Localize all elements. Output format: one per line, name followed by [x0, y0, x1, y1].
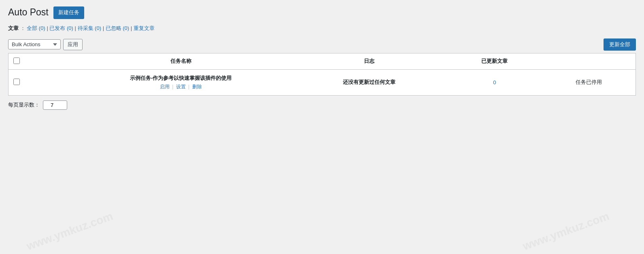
row-updated-cell: 0	[448, 69, 542, 95]
header-checkbox-col	[9, 53, 71, 69]
toolbar-left: Bulk Actions Delete 应用	[8, 39, 83, 50]
select-all-checkbox[interactable]	[13, 58, 20, 64]
separator-3: |	[103, 25, 106, 31]
task-name-text: 示例任务-作为参考以快速掌握该插件的使用	[77, 75, 285, 82]
log-text: 还没有更新过任何文章	[343, 79, 395, 85]
new-task-button[interactable]: 新建任务	[53, 6, 84, 19]
row-status-cell: 任务已停用	[542, 69, 636, 95]
task-settings-link[interactable]: 设置	[176, 84, 186, 90]
task-delete-link[interactable]: 删除	[192, 84, 202, 90]
per-page-label: 每页显示数：	[8, 101, 40, 109]
action-sep-1: |	[172, 84, 173, 90]
status-text: 任务已停用	[576, 79, 602, 85]
header-updated-count: 已更新文章	[448, 53, 542, 69]
header-log: 日志	[291, 53, 448, 69]
filter-pending[interactable]: 待采集 (0)	[78, 25, 102, 31]
toolbar: Bulk Actions Delete 应用 更新全部	[8, 36, 636, 53]
table-row: 示例任务-作为参考以快速掌握该插件的使用 启用 | 设置 | 删除 还没有更新过…	[9, 69, 636, 95]
task-enable-link[interactable]: 启用	[160, 84, 170, 90]
per-page-input[interactable]	[43, 100, 67, 110]
separator-4: |	[131, 25, 134, 31]
table-header-row: 任务名称 日志 已更新文章	[9, 53, 636, 69]
row-checkbox[interactable]	[13, 79, 20, 85]
filter-bar: 文章 ： 全部 (0) | 已发布 (0) | 待采集 (0) | 已忽略 (0…	[8, 25, 636, 32]
action-sep-2: |	[188, 84, 189, 90]
bulk-actions-select[interactable]: Bulk Actions Delete	[8, 39, 61, 49]
footer-bar: 每页显示数：	[8, 100, 636, 110]
watermark-left: www.ymkuz.com	[25, 210, 115, 253]
filter-published[interactable]: 已发布 (0)	[49, 25, 73, 31]
header-task-name: 任务名称	[71, 53, 291, 69]
page-title: Auto Post	[8, 6, 49, 19]
header-status	[542, 53, 636, 69]
task-actions: 启用 | 设置 | 删除	[77, 83, 285, 90]
row-log-cell: 还没有更新过任何文章	[291, 69, 448, 95]
tasks-table: 任务名称 日志 已更新文章 示例任务-作为参考以快速掌握该插件的使用 启用 | …	[8, 53, 636, 96]
row-task-name-cell: 示例任务-作为参考以快速掌握该插件的使用 启用 | 设置 | 删除	[71, 69, 291, 95]
updated-count-link[interactable]: 0	[493, 79, 496, 85]
filter-colon: ：	[20, 25, 26, 31]
apply-button[interactable]: 应用	[63, 39, 83, 50]
separator-2: |	[75, 25, 78, 31]
filter-duplicate[interactable]: 重复文章	[134, 25, 155, 31]
filter-label: 文章	[8, 25, 19, 31]
row-checkbox-cell	[9, 69, 71, 95]
filter-ignored[interactable]: 已忽略 (0)	[106, 25, 130, 31]
update-all-button[interactable]: 更新全部	[604, 38, 636, 51]
filter-all[interactable]: 全部 (0)	[27, 25, 45, 31]
watermark-right: www.ymkuz.com	[521, 210, 611, 253]
